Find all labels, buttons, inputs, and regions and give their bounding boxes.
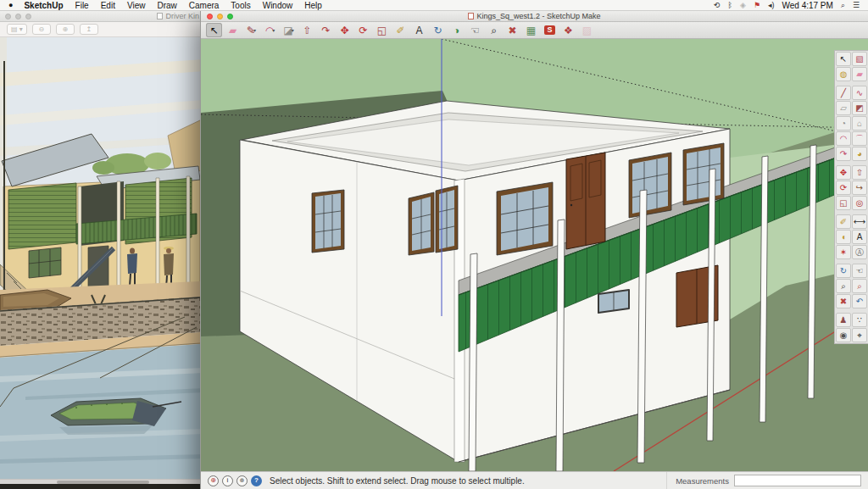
- share-model-button[interactable]: ▨: [579, 23, 595, 37]
- zoom-button[interactable]: [227, 14, 233, 19]
- model-viewport[interactable]: ↖▧◍▰╱∿▱◩◔⌂◠⌒↷◕✥⇧⟳↪◱◎✐⟷◖A✶Ⓐ↻☜⌕⌕✖↶♟∵◉⌖: [201, 39, 868, 471]
- look-around-tool[interactable]: ◉: [836, 328, 851, 342]
- dimension-tool[interactable]: ⟷: [852, 214, 867, 229]
- time-machine-icon[interactable]: ⟲: [714, 2, 721, 9]
- minimize-button[interactable]: [15, 14, 21, 19]
- input-source-flag-icon[interactable]: ⚑: [754, 2, 760, 9]
- three-point-arc-tool[interactable]: ↷: [836, 147, 851, 161]
- user-credit-icon[interactable]: ☻: [236, 475, 248, 486]
- dropdown-caret-icon[interactable]: ▾: [253, 27, 256, 33]
- notification-center-icon[interactable]: ☰: [853, 2, 860, 9]
- menu-item-help[interactable]: Help: [298, 1, 328, 10]
- orbit-tool[interactable]: ↻: [836, 264, 851, 278]
- position-camera-tool-button[interactable]: ◑: [448, 23, 465, 37]
- window[interactable]: [312, 190, 344, 253]
- bluetooth-icon[interactable]: ᛒ: [728, 2, 732, 9]
- zoom-extents-tool[interactable]: ✖: [836, 294, 851, 308]
- line-tool[interactable]: ╱: [836, 86, 851, 100]
- model-canvas[interactable]: [201, 39, 868, 471]
- scrollbar-thumb[interactable]: [57, 481, 148, 484]
- position-camera-tool[interactable]: ♟: [836, 313, 851, 327]
- two-point-arc-tool[interactable]: ⌒: [852, 131, 867, 146]
- window[interactable]: [497, 182, 553, 255]
- upper-door[interactable]: [566, 153, 605, 249]
- sidebar-view-button[interactable]: ▤ ▾: [7, 24, 27, 35]
- apple-menu-icon[interactable]: ●: [8, 2, 13, 9]
- zoom-extents-tool-button[interactable]: ✖: [504, 23, 520, 37]
- follow-me-tool-button[interactable]: ↷: [318, 23, 334, 37]
- paint-bucket-tool[interactable]: ◍: [836, 67, 851, 81]
- tape-measure-tool-button[interactable]: ✐: [392, 23, 409, 37]
- shapes-tool-button[interactable]: ◪▾: [281, 23, 297, 37]
- airport-icon[interactable]: ◈: [740, 2, 746, 9]
- rotated-rectangle-tool[interactable]: ◩: [852, 101, 867, 115]
- share-button[interactable]: ↥: [80, 24, 98, 35]
- move-tool-button[interactable]: ✥: [337, 23, 353, 37]
- camera-target-tool[interactable]: ⌖: [852, 328, 867, 342]
- axes-tool[interactable]: ✶: [836, 245, 851, 259]
- menu-item-camera[interactable]: Camera: [183, 1, 225, 10]
- text-tool[interactable]: A: [852, 230, 867, 244]
- arc-tool[interactable]: ◠: [836, 131, 851, 146]
- warehouse-button[interactable]: S: [542, 23, 558, 37]
- zoom-in-button[interactable]: ⊕: [56, 24, 75, 35]
- dropdown-caret-icon[interactable]: ▾: [272, 27, 275, 33]
- text-tool-button[interactable]: A: [411, 23, 427, 37]
- close-button[interactable]: [207, 14, 213, 19]
- window[interactable]: [683, 143, 724, 205]
- scale-tool-button[interactable]: ◱: [374, 23, 390, 37]
- scale-tool[interactable]: ◱: [836, 196, 851, 210]
- zoom-window-tool[interactable]: ⌕: [852, 279, 867, 293]
- menu-item-draw[interactable]: Draw: [151, 1, 182, 10]
- polygon-tool[interactable]: ⌂: [852, 116, 867, 131]
- pie-tool[interactable]: ◕: [852, 147, 867, 161]
- zoom-tool-button[interactable]: ⌕: [486, 23, 502, 37]
- protractor-tool[interactable]: ◖: [836, 230, 851, 244]
- menu-item-edit[interactable]: Edit: [95, 1, 121, 10]
- follow-me-tool[interactable]: ↪: [852, 181, 867, 195]
- credits-icon[interactable]: i: [222, 475, 233, 486]
- dropdown-caret-icon[interactable]: ▾: [292, 27, 294, 33]
- menu-item-window[interactable]: Window: [257, 1, 299, 10]
- push-pull-tool-button[interactable]: ⇧: [299, 23, 315, 37]
- menu-item-tools[interactable]: Tools: [225, 1, 256, 10]
- geo-location-icon[interactable]: ⊕: [208, 475, 219, 486]
- pan-tool[interactable]: ☜: [852, 264, 867, 278]
- circle-tool[interactable]: ◔: [836, 116, 851, 131]
- orbit-tool-button[interactable]: ↻: [430, 23, 446, 37]
- move-tool[interactable]: ✥: [836, 165, 851, 180]
- minimize-button[interactable]: [217, 14, 223, 19]
- zoom-out-button[interactable]: ⊖: [32, 24, 51, 35]
- select-tool-button[interactable]: ↖: [206, 23, 222, 37]
- make-component-tool[interactable]: ▧: [852, 52, 867, 66]
- close-button[interactable]: [5, 14, 11, 19]
- tape-measure-tool[interactable]: ✐: [836, 214, 851, 229]
- push-pull-tool[interactable]: ⇧: [852, 165, 867, 180]
- spotlight-icon[interactable]: ⌕: [841, 2, 845, 9]
- eraser-tool[interactable]: ▰: [852, 67, 867, 81]
- horizontal-scrollbar[interactable]: [0, 479, 204, 484]
- 3d-text-tool[interactable]: Ⓐ: [852, 245, 867, 259]
- help-icon[interactable]: ?: [251, 475, 262, 486]
- match-photo-button[interactable]: ▦: [523, 23, 539, 37]
- zoom-button[interactable]: [25, 14, 31, 19]
- rectangle-tool[interactable]: ▱: [836, 101, 851, 115]
- pan-tool-button[interactable]: ☜: [467, 23, 483, 37]
- small-window[interactable]: [598, 290, 629, 313]
- menu-item-sketchup[interactable]: SketchUp: [18, 1, 69, 10]
- rotate-tool[interactable]: ⟳: [836, 181, 851, 195]
- volume-icon[interactable]: ◂): [768, 2, 775, 9]
- rotate-tool-button[interactable]: ⟳: [355, 23, 371, 37]
- freehand-tool[interactable]: ∿: [852, 86, 867, 100]
- walk-tool[interactable]: ∵: [852, 313, 867, 327]
- arc-tool-button[interactable]: ◠▾: [262, 23, 278, 37]
- eraser-tool-button[interactable]: ▰: [225, 23, 241, 37]
- measurements-input[interactable]: [734, 475, 861, 486]
- zoom-tool[interactable]: ⌕: [836, 279, 851, 293]
- offset-tool[interactable]: ◎: [852, 196, 867, 210]
- previous-view-tool[interactable]: ↶: [852, 294, 867, 308]
- component-browser-button[interactable]: ❖: [560, 23, 576, 37]
- line-tool-button[interactable]: ✎▾: [243, 23, 259, 37]
- menu-bar-clock[interactable]: Wed 4:17 PM: [782, 1, 832, 10]
- menu-item-view[interactable]: View: [121, 1, 152, 10]
